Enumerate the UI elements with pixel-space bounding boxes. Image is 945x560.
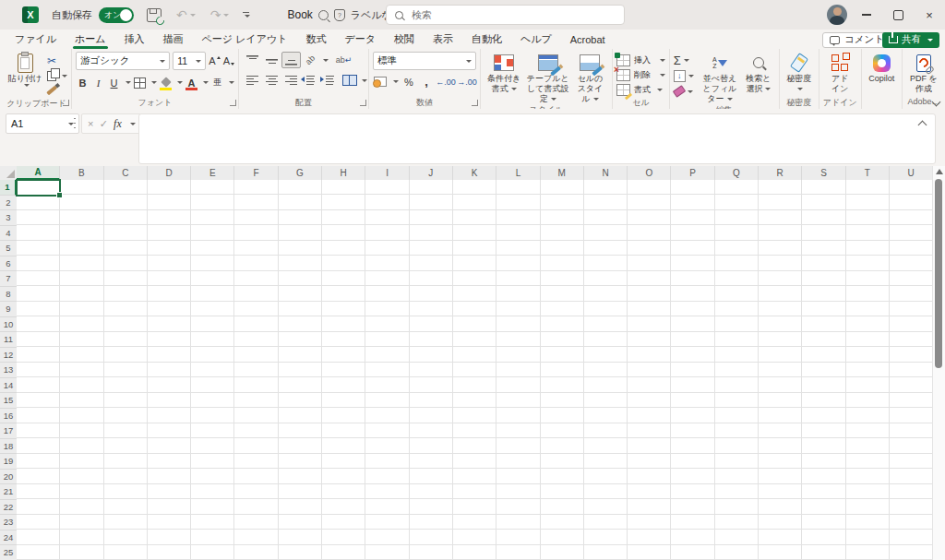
sort-filter-button[interactable]: AZ 並べ替えとフィルター <box>698 52 742 104</box>
align-left-button[interactable] <box>243 72 262 89</box>
autosave-toggle[interactable]: オン <box>99 7 134 23</box>
row-header-4[interactable]: 4 <box>0 226 17 242</box>
row-header-6[interactable]: 6 <box>0 256 17 272</box>
column-header-E[interactable]: E <box>191 166 234 180</box>
number-format-select[interactable]: 標準 <box>373 52 476 70</box>
share-button[interactable]: 共有 <box>882 32 939 48</box>
tab-view[interactable]: 表示 <box>424 30 462 49</box>
cancel-button[interactable]: × <box>88 118 93 129</box>
align-center-button[interactable] <box>262 72 281 89</box>
alignment-dialog-launcher[interactable] <box>360 100 366 106</box>
cut-button[interactable]: ✂ <box>44 54 59 68</box>
decrease-indent-button[interactable] <box>301 72 320 89</box>
column-header-P[interactable]: P <box>671 166 714 180</box>
excel-app-icon[interactable]: X <box>22 6 39 23</box>
column-header-F[interactable]: F <box>234 166 278 180</box>
row-header-17[interactable]: 17 <box>0 423 17 439</box>
align-right-button[interactable] <box>281 72 301 89</box>
borders-button[interactable] <box>133 75 147 90</box>
addins-button[interactable]: アドイン <box>826 52 854 95</box>
insert-cells-button[interactable]: 挿入 <box>616 53 665 67</box>
undo-button[interactable]: ↶ <box>176 7 196 22</box>
orientation-button[interactable]: ab <box>301 52 320 68</box>
column-header-N[interactable]: N <box>584 166 628 180</box>
decrease-font-size-button[interactable]: A <box>223 55 234 66</box>
minimize-button[interactable] <box>851 0 882 30</box>
row-header-13[interactable]: 13 <box>0 363 17 378</box>
scrollbar-thumb[interactable] <box>935 179 942 368</box>
row-header-22[interactable]: 22 <box>0 500 17 516</box>
enter-button[interactable]: ✓ <box>100 118 108 130</box>
column-header-G[interactable]: G <box>279 166 322 180</box>
row-header-20[interactable]: 20 <box>0 470 17 485</box>
customize-toolbar-button[interactable] <box>242 12 250 18</box>
tab-data[interactable]: データ <box>335 30 385 49</box>
increase-decimal-button[interactable]: ←.00 <box>437 75 455 89</box>
row-header-2[interactable]: 2 <box>0 196 17 211</box>
phonetic-guide-button[interactable]: 亜 <box>210 75 224 90</box>
row-header-18[interactable]: 18 <box>0 439 17 455</box>
column-header-B[interactable]: B <box>60 166 103 180</box>
column-header-T[interactable]: T <box>846 166 890 180</box>
tab-help[interactable]: ヘルプ <box>511 30 561 49</box>
row-header-9[interactable]: 9 <box>0 302 17 317</box>
redo-button[interactable]: ↷ <box>210 7 230 22</box>
format-as-table-button[interactable]: テーブルとして書式設定 <box>523 52 571 104</box>
decrease-decimal-button[interactable]: →.00 <box>458 75 476 89</box>
conditional-formatting-button[interactable]: 条件付き書式 <box>484 52 523 95</box>
tab-acrobat[interactable]: Acrobat <box>561 30 615 49</box>
formula-input[interactable] <box>138 113 936 164</box>
font-dialog-launcher[interactable] <box>230 100 236 106</box>
row-header-21[interactable]: 21 <box>0 484 17 500</box>
tab-formulas[interactable]: 数式 <box>296 30 335 49</box>
close-button[interactable]: × <box>914 0 945 30</box>
column-header-A[interactable]: A <box>17 166 60 180</box>
row-header-12[interactable]: 12 <box>0 348 17 363</box>
format-cells-button[interactable]: 書式 <box>616 82 665 97</box>
save-icon[interactable] <box>147 8 161 22</box>
clipboard-dialog-launcher[interactable] <box>63 100 69 106</box>
row-header-15[interactable]: 15 <box>0 393 17 409</box>
clear-button[interactable] <box>674 84 694 99</box>
column-header-K[interactable]: K <box>453 166 496 180</box>
autosum-button[interactable]: Σ <box>674 53 694 67</box>
align-middle-button[interactable] <box>262 52 281 68</box>
tab-insert[interactable]: 挿入 <box>115 30 154 49</box>
tab-page-layout[interactable]: ページ レイアウト <box>193 30 297 49</box>
column-header-M[interactable]: M <box>541 166 584 180</box>
comma-style-button[interactable]: , <box>419 75 434 89</box>
fill-handle[interactable] <box>56 192 63 198</box>
row-header-16[interactable]: 16 <box>0 409 17 424</box>
font-size-select[interactable]: 11 <box>173 52 206 70</box>
create-pdf-button[interactable]: PDF を作成 <box>906 52 941 95</box>
format-painter-button[interactable] <box>44 84 59 98</box>
merge-center-button[interactable] <box>340 72 359 89</box>
currency-format-button[interactable] <box>373 75 388 89</box>
fill-color-button[interactable] <box>159 75 173 90</box>
wrap-text-button[interactable]: ab↵ <box>334 52 353 68</box>
column-header-R[interactable]: R <box>759 166 802 180</box>
active-cell[interactable] <box>16 179 61 197</box>
column-header-O[interactable]: O <box>628 166 671 180</box>
row-header-24[interactable]: 24 <box>0 530 17 546</box>
column-header-J[interactable]: J <box>410 166 453 180</box>
align-top-button[interactable] <box>243 52 262 68</box>
column-header-S[interactable]: S <box>802 166 845 180</box>
collapse-formula-bar-icon[interactable] <box>918 121 927 130</box>
copilot-button[interactable]: Copilot <box>867 52 896 85</box>
column-header-U[interactable]: U <box>890 166 933 180</box>
row-header-3[interactable]: 3 <box>0 210 17 226</box>
row-header-8[interactable]: 8 <box>0 287 17 303</box>
cells-area[interactable] <box>17 180 933 560</box>
vertical-scrollbar[interactable] <box>932 166 945 560</box>
row-header-5[interactable]: 5 <box>0 241 17 256</box>
copy-button[interactable] <box>44 69 59 83</box>
row-header-19[interactable]: 19 <box>0 454 17 470</box>
underline-button[interactable]: U <box>107 75 121 90</box>
search-box[interactable] <box>386 5 625 25</box>
cell-styles-button[interactable]: セルのスタイル <box>572 52 608 104</box>
row-header-25[interactable]: 25 <box>0 545 17 560</box>
row-header-10[interactable]: 10 <box>0 317 17 333</box>
italic-button[interactable]: I <box>91 75 105 90</box>
increase-font-size-button[interactable]: A <box>209 55 220 66</box>
